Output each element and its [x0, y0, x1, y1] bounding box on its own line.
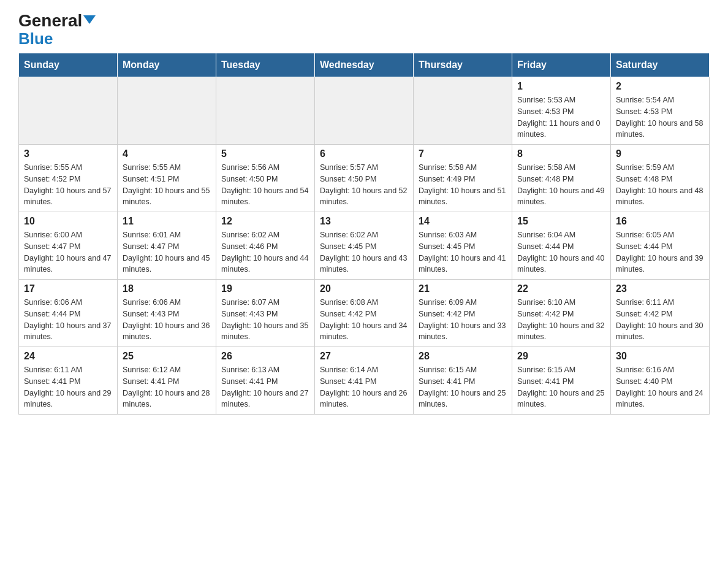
- calendar-cell: 8Sunrise: 5:58 AM Sunset: 4:48 PM Daylig…: [512, 145, 611, 212]
- header-tuesday: Tuesday: [216, 53, 315, 77]
- calendar-cell: [315, 77, 414, 145]
- header-sunday: Sunday: [19, 53, 118, 77]
- day-number: 11: [123, 216, 211, 227]
- logo: General Blue: [18, 12, 96, 47]
- day-info: Sunrise: 6:15 AM Sunset: 4:41 PM Dayligh…: [419, 364, 507, 410]
- day-info: Sunrise: 6:11 AM Sunset: 4:42 PM Dayligh…: [616, 297, 704, 343]
- day-info: Sunrise: 5:58 AM Sunset: 4:49 PM Dayligh…: [419, 162, 507, 208]
- day-number: 21: [419, 283, 507, 294]
- day-number: 15: [517, 216, 605, 227]
- calendar-cell: 1Sunrise: 5:53 AM Sunset: 4:53 PM Daylig…: [512, 77, 611, 145]
- header-monday: Monday: [118, 53, 216, 77]
- calendar-cell: 12Sunrise: 6:02 AM Sunset: 4:46 PM Dayli…: [216, 212, 315, 280]
- day-number: 2: [616, 81, 704, 92]
- logo-triangle-icon: [83, 15, 96, 24]
- week-row-1: 1Sunrise: 5:53 AM Sunset: 4:53 PM Daylig…: [19, 77, 710, 145]
- calendar-cell: 10Sunrise: 6:00 AM Sunset: 4:47 PM Dayli…: [19, 212, 118, 280]
- day-info: Sunrise: 6:03 AM Sunset: 4:45 PM Dayligh…: [419, 229, 507, 275]
- day-number: 26: [221, 351, 309, 362]
- header-saturday: Saturday: [611, 53, 710, 77]
- day-number: 1: [517, 81, 605, 92]
- day-info: Sunrise: 5:59 AM Sunset: 4:48 PM Dayligh…: [616, 162, 704, 208]
- calendar-cell: 14Sunrise: 6:03 AM Sunset: 4:45 PM Dayli…: [414, 212, 512, 280]
- day-number: 6: [320, 148, 408, 159]
- day-info: Sunrise: 6:05 AM Sunset: 4:44 PM Dayligh…: [616, 229, 704, 275]
- day-info: Sunrise: 6:01 AM Sunset: 4:47 PM Dayligh…: [123, 229, 211, 275]
- day-number: 16: [616, 216, 704, 227]
- day-number: 23: [616, 283, 704, 294]
- day-info: Sunrise: 5:56 AM Sunset: 4:50 PM Dayligh…: [221, 162, 309, 208]
- day-info: Sunrise: 6:12 AM Sunset: 4:41 PM Dayligh…: [123, 364, 211, 410]
- calendar-cell: 13Sunrise: 6:02 AM Sunset: 4:45 PM Dayli…: [315, 212, 414, 280]
- header-friday: Friday: [512, 53, 611, 77]
- day-info: Sunrise: 6:07 AM Sunset: 4:43 PM Dayligh…: [221, 297, 309, 343]
- day-number: 3: [24, 148, 112, 159]
- day-info: Sunrise: 6:10 AM Sunset: 4:42 PM Dayligh…: [517, 297, 605, 343]
- calendar-cell: 29Sunrise: 6:15 AM Sunset: 4:41 PM Dayli…: [512, 347, 611, 415]
- logo-general: General: [18, 12, 96, 29]
- day-info: Sunrise: 6:00 AM Sunset: 4:47 PM Dayligh…: [24, 229, 112, 275]
- day-number: 9: [616, 148, 704, 159]
- day-info: Sunrise: 6:15 AM Sunset: 4:41 PM Dayligh…: [517, 364, 605, 410]
- day-info: Sunrise: 5:57 AM Sunset: 4:50 PM Dayligh…: [320, 162, 408, 208]
- week-row-3: 10Sunrise: 6:00 AM Sunset: 4:47 PM Dayli…: [19, 212, 710, 280]
- calendar-cell: 7Sunrise: 5:58 AM Sunset: 4:49 PM Daylig…: [414, 145, 512, 212]
- calendar-cell: 20Sunrise: 6:08 AM Sunset: 4:42 PM Dayli…: [315, 280, 414, 347]
- day-info: Sunrise: 6:02 AM Sunset: 4:46 PM Dayligh…: [221, 229, 309, 275]
- day-info: Sunrise: 5:58 AM Sunset: 4:48 PM Dayligh…: [517, 162, 605, 208]
- calendar-cell: 16Sunrise: 6:05 AM Sunset: 4:44 PM Dayli…: [611, 212, 710, 280]
- calendar-cell: 17Sunrise: 6:06 AM Sunset: 4:44 PM Dayli…: [19, 280, 118, 347]
- day-info: Sunrise: 6:09 AM Sunset: 4:42 PM Dayligh…: [419, 297, 507, 343]
- day-number: 4: [123, 148, 211, 159]
- day-info: Sunrise: 6:14 AM Sunset: 4:41 PM Dayligh…: [320, 364, 408, 410]
- day-info: Sunrise: 5:53 AM Sunset: 4:53 PM Dayligh…: [517, 94, 605, 140]
- calendar-cell: [19, 77, 118, 145]
- calendar-cell: 18Sunrise: 6:06 AM Sunset: 4:43 PM Dayli…: [118, 280, 216, 347]
- day-info: Sunrise: 5:54 AM Sunset: 4:53 PM Dayligh…: [616, 94, 704, 140]
- day-info: Sunrise: 6:11 AM Sunset: 4:41 PM Dayligh…: [24, 364, 112, 410]
- day-number: 13: [320, 216, 408, 227]
- day-info: Sunrise: 6:02 AM Sunset: 4:45 PM Dayligh…: [320, 229, 408, 275]
- calendar-cell: [414, 77, 512, 145]
- calendar-table: SundayMondayTuesdayWednesdayThursdayFrid…: [18, 53, 710, 415]
- header-thursday: Thursday: [414, 53, 512, 77]
- weekday-header-row: SundayMondayTuesdayWednesdayThursdayFrid…: [19, 53, 710, 77]
- calendar-cell: 3Sunrise: 5:55 AM Sunset: 4:52 PM Daylig…: [19, 145, 118, 212]
- day-number: 22: [517, 283, 605, 294]
- calendar-cell: 4Sunrise: 5:55 AM Sunset: 4:51 PM Daylig…: [118, 145, 216, 212]
- day-info: Sunrise: 6:06 AM Sunset: 4:43 PM Dayligh…: [123, 297, 211, 343]
- day-number: 12: [221, 216, 309, 227]
- day-info: Sunrise: 6:16 AM Sunset: 4:40 PM Dayligh…: [616, 364, 704, 410]
- day-info: Sunrise: 6:04 AM Sunset: 4:44 PM Dayligh…: [517, 229, 605, 275]
- calendar-cell: 25Sunrise: 6:12 AM Sunset: 4:41 PM Dayli…: [118, 347, 216, 415]
- day-number: 10: [24, 216, 112, 227]
- calendar-cell: 23Sunrise: 6:11 AM Sunset: 4:42 PM Dayli…: [611, 280, 710, 347]
- day-number: 30: [616, 351, 704, 362]
- week-row-2: 3Sunrise: 5:55 AM Sunset: 4:52 PM Daylig…: [19, 145, 710, 212]
- calendar-cell: [118, 77, 216, 145]
- week-row-4: 17Sunrise: 6:06 AM Sunset: 4:44 PM Dayli…: [19, 280, 710, 347]
- calendar-cell: 22Sunrise: 6:10 AM Sunset: 4:42 PM Dayli…: [512, 280, 611, 347]
- calendar-cell: 24Sunrise: 6:11 AM Sunset: 4:41 PM Dayli…: [19, 347, 118, 415]
- day-number: 25: [123, 351, 211, 362]
- calendar-cell: 5Sunrise: 5:56 AM Sunset: 4:50 PM Daylig…: [216, 145, 315, 212]
- day-number: 8: [517, 148, 605, 159]
- day-number: 28: [419, 351, 507, 362]
- day-number: 19: [221, 283, 309, 294]
- page-header: General Blue: [18, 12, 710, 47]
- calendar-cell: 15Sunrise: 6:04 AM Sunset: 4:44 PM Dayli…: [512, 212, 611, 280]
- calendar-cell: 28Sunrise: 6:15 AM Sunset: 4:41 PM Dayli…: [414, 347, 512, 415]
- day-info: Sunrise: 6:08 AM Sunset: 4:42 PM Dayligh…: [320, 297, 408, 343]
- header-wednesday: Wednesday: [315, 53, 414, 77]
- day-info: Sunrise: 5:55 AM Sunset: 4:51 PM Dayligh…: [123, 162, 211, 208]
- day-number: 20: [320, 283, 408, 294]
- day-number: 14: [419, 216, 507, 227]
- logo-blue: Blue: [18, 31, 53, 47]
- week-row-5: 24Sunrise: 6:11 AM Sunset: 4:41 PM Dayli…: [19, 347, 710, 415]
- day-number: 27: [320, 351, 408, 362]
- calendar-cell: [216, 77, 315, 145]
- calendar-cell: 6Sunrise: 5:57 AM Sunset: 4:50 PM Daylig…: [315, 145, 414, 212]
- day-info: Sunrise: 6:13 AM Sunset: 4:41 PM Dayligh…: [221, 364, 309, 410]
- calendar-cell: 9Sunrise: 5:59 AM Sunset: 4:48 PM Daylig…: [611, 145, 710, 212]
- calendar-cell: 27Sunrise: 6:14 AM Sunset: 4:41 PM Dayli…: [315, 347, 414, 415]
